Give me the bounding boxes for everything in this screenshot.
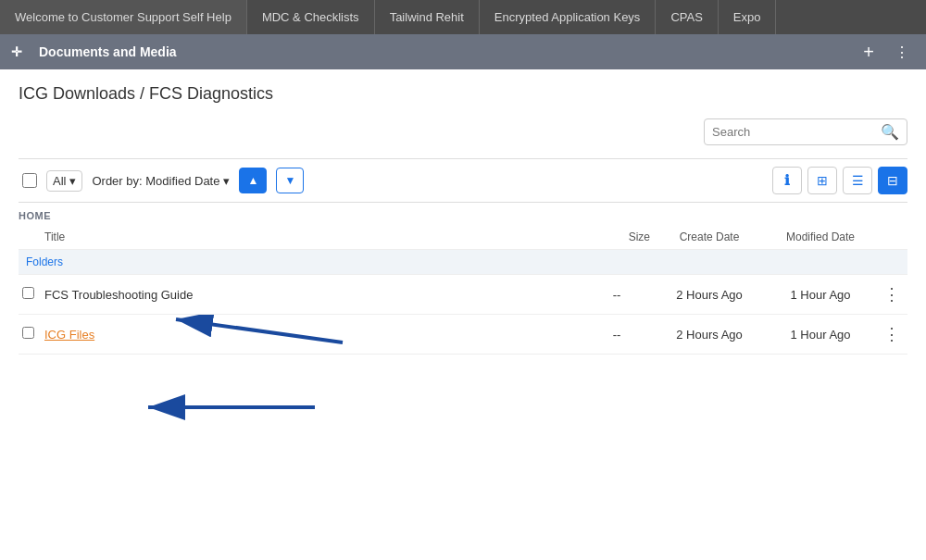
row1-actions-button[interactable]: ⋮ bbox=[880, 284, 904, 305]
row2-actions-button[interactable]: ⋮ bbox=[880, 324, 904, 344]
row1-size: -- bbox=[580, 275, 654, 315]
more-options-button[interactable]: ⋮ bbox=[889, 39, 915, 65]
toolbar-row: All ▾ Order by: Modified Date ▾ ▲ ▼ ℹ ⊞ bbox=[19, 158, 907, 203]
table-row: FCS Troubleshooting Guide -- 2 Hours Ago… bbox=[19, 275, 907, 315]
top-navigation: Welcome to Customer Support Self Help MD… bbox=[0, 0, 926, 34]
grid-view-button[interactable]: ⊞ bbox=[807, 167, 837, 194]
row2-create-date: 2 Hours Ago bbox=[654, 315, 765, 355]
search-box: 🔍 bbox=[704, 118, 907, 145]
order-chevron-icon: ▾ bbox=[223, 174, 230, 188]
tab-tailwind[interactable]: Tailwind Rehit bbox=[375, 0, 480, 34]
sort-ascending-button[interactable]: ▲ bbox=[239, 168, 267, 193]
tab-welcome[interactable]: Welcome to Customer Support Self Help bbox=[0, 0, 247, 34]
row2-name-link[interactable]: ICG Files bbox=[44, 328, 94, 342]
tab-mdc[interactable]: MDC & Checklists bbox=[247, 0, 375, 34]
search-input[interactable] bbox=[712, 125, 881, 139]
col-title: Title bbox=[41, 225, 580, 250]
order-by-label: Order by: Modified Date ▾ bbox=[92, 174, 230, 188]
col-size: Size bbox=[580, 225, 654, 250]
row1-create-date: 2 Hours Ago bbox=[654, 275, 765, 315]
search-button[interactable]: 🔍 bbox=[881, 123, 899, 141]
dm-bar-title: ✛ Documents and Media bbox=[11, 44, 856, 59]
table-icon: ⊟ bbox=[887, 173, 898, 188]
info-view-button[interactable]: ℹ bbox=[772, 167, 802, 194]
sort-descending-button[interactable]: ▼ bbox=[276, 168, 304, 193]
col-create-date: Create Date bbox=[654, 225, 765, 250]
row2-size: -- bbox=[580, 315, 654, 355]
tab-expo[interactable]: Expo bbox=[719, 0, 777, 34]
grid-icon: ⊞ bbox=[817, 173, 828, 188]
breadcrumb: ICG Downloads / FCS Diagnostics bbox=[19, 84, 907, 104]
search-icon: 🔍 bbox=[881, 124, 899, 140]
search-row: 🔍 bbox=[19, 118, 907, 145]
select-all-checkbox[interactable] bbox=[22, 173, 37, 188]
row2-checkbox[interactable] bbox=[22, 327, 34, 339]
row1-modified-date: 1 Hour Ago bbox=[765, 275, 876, 315]
col-modified-date: Modified Date bbox=[765, 225, 876, 250]
list-icon: ☰ bbox=[852, 173, 864, 188]
dm-bar-actions: + ⋮ bbox=[856, 39, 915, 65]
main-content: ICG Downloads / FCS Diagnostics 🔍 All ▾ … bbox=[0, 69, 926, 369]
file-table: Title Size Create Date Modified Date Fol… bbox=[19, 225, 907, 355]
row2-modified-date: 1 Hour Ago bbox=[765, 315, 876, 355]
crosshair-icon: ✛ bbox=[11, 44, 26, 59]
chevron-icon: ▾ bbox=[69, 174, 76, 188]
add-button[interactable]: + bbox=[856, 39, 882, 65]
table-row: ICG Files -- 2 Hours Ago 1 Hour Ago ⋮ bbox=[19, 315, 907, 355]
documents-media-bar: ✛ Documents and Media + ⋮ bbox=[0, 34, 926, 69]
folders-label: Folders bbox=[19, 250, 907, 275]
info-icon: ℹ bbox=[784, 172, 790, 189]
tab-cpas[interactable]: CPAS bbox=[656, 0, 718, 34]
table-view-button[interactable]: ⊟ bbox=[878, 167, 907, 194]
tab-encrypted[interactable]: Encrypted Application Keys bbox=[480, 0, 657, 34]
home-label: HOME bbox=[19, 203, 907, 225]
view-options: ℹ ⊞ ☰ ⊟ bbox=[772, 167, 907, 194]
row2-name: ICG Files bbox=[41, 315, 580, 355]
list-view-button[interactable]: ☰ bbox=[843, 167, 872, 194]
folders-group-header: Folders bbox=[19, 250, 907, 275]
filter-dropdown[interactable]: All ▾ bbox=[46, 170, 82, 192]
row1-name: FCS Troubleshooting Guide bbox=[41, 275, 580, 315]
row1-checkbox[interactable] bbox=[22, 287, 34, 299]
